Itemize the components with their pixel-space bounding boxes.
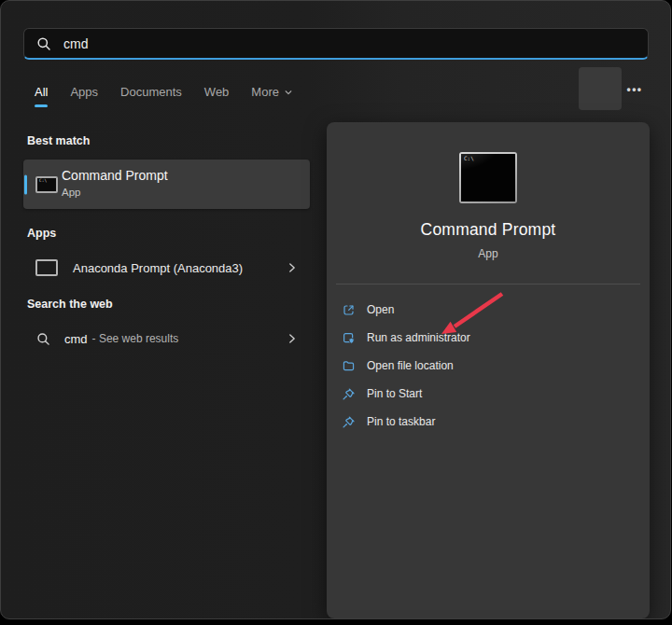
command-prompt-large-icon: C:\ [459, 152, 517, 203]
action-run-as-administrator-label: Run as administrator [367, 331, 470, 344]
terminal-screen: C:\ [461, 154, 515, 201]
best-match-heading: Best match [27, 134, 90, 147]
action-pin-to-start[interactable]: Pin to Start [327, 380, 650, 408]
chevron-down-icon [284, 88, 293, 97]
best-match-result[interactable]: C:\ Command Prompt App [23, 160, 310, 209]
chevron-right-icon[interactable] [286, 261, 299, 274]
app-result-anaconda[interactable]: Anaconda Prompt (Anaconda3) [23, 249, 310, 286]
ellipsis-icon: ••• [626, 83, 642, 96]
tab-web-label: Web [204, 85, 230, 99]
best-match-title: Command Prompt [62, 168, 168, 183]
action-open-file-location-label: Open file location [367, 359, 454, 372]
search-bar [23, 28, 649, 60]
action-pin-to-taskbar[interactable]: Pin to taskbar [327, 408, 650, 436]
tab-documents[interactable]: Documents [120, 85, 182, 107]
cmd-prompt-glyph: C:\ [464, 156, 474, 161]
action-pin-to-taskbar-label: Pin to taskbar [367, 415, 435, 428]
tab-all[interactable]: All [35, 85, 48, 107]
apps-heading: Apps [27, 227, 56, 240]
selection-accent-bar [24, 174, 27, 194]
app-result-label: Anaconda Prompt (Anaconda3) [73, 261, 243, 275]
web-result-query: cmd [64, 332, 88, 346]
command-prompt-icon: C:\ [35, 176, 58, 193]
filter-tabs: All Apps Documents Web More [35, 85, 293, 107]
pin-icon [342, 415, 356, 429]
search-icon [36, 332, 50, 346]
search-window: All Apps Documents Web More ••• Best mat… [0, 0, 671, 619]
tab-more-label: More [251, 85, 279, 99]
action-list: Open Run as administrator Open file loca… [327, 296, 650, 436]
tab-apps-label: Apps [70, 85, 98, 99]
app-detail-panel: C:\ Command Prompt App Open Run as admin… [327, 122, 650, 618]
action-run-as-administrator[interactable]: Run as administrator [327, 324, 650, 352]
cmd-prompt-glyph: C:\ [39, 179, 47, 184]
folder-icon [342, 359, 356, 373]
tab-all-label: All [35, 85, 48, 99]
search-icon [36, 36, 51, 51]
action-open-label: Open [367, 303, 394, 316]
search-the-web-heading: Search the web [27, 298, 113, 311]
search-input[interactable] [63, 36, 636, 51]
pin-icon [342, 387, 356, 401]
best-match-subtitle: App [62, 187, 80, 198]
run-as-administrator-icon [342, 331, 356, 345]
divider [336, 284, 640, 285]
hover-highlight-tile [579, 67, 622, 110]
action-open-file-location[interactable]: Open file location [327, 352, 650, 380]
tab-more[interactable]: More [251, 85, 293, 107]
action-open[interactable]: Open [327, 296, 650, 324]
tab-web[interactable]: Web [204, 85, 230, 107]
app-subtitle: App [327, 247, 650, 260]
chevron-right-icon[interactable] [286, 332, 299, 345]
tab-apps[interactable]: Apps [70, 85, 98, 107]
web-result-suffix: - See web results [92, 332, 179, 345]
more-options-button[interactable]: ••• [621, 81, 649, 98]
tab-documents-label: Documents [120, 85, 182, 99]
web-search-result[interactable]: cmd - See web results [23, 322, 310, 355]
app-title: Command Prompt [327, 220, 650, 240]
open-icon [342, 303, 356, 317]
action-pin-to-start-label: Pin to Start [367, 387, 422, 400]
anaconda-prompt-icon [35, 259, 58, 276]
